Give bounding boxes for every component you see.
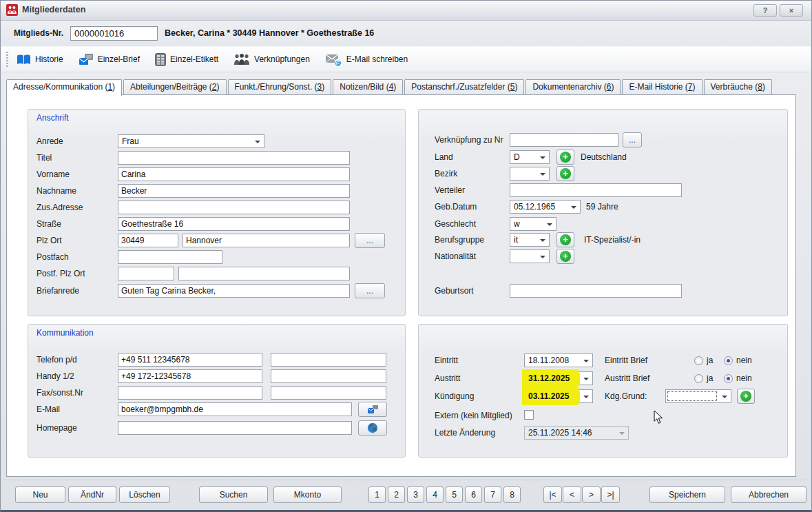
bezirk-combobox[interactable]	[510, 167, 550, 181]
tab-abteilungen-beitraege[interactable]: Abteilungen/Beiträge (2)	[123, 79, 226, 94]
member-summary: Becker, Carina * 30449 Hannover * Goethe…	[165, 28, 374, 38]
nav-first-button[interactable]: |<	[543, 487, 562, 503]
abbrechen-button[interactable]: Abbrechen	[731, 487, 806, 503]
berufsgruppe-combobox[interactable]: it	[510, 233, 550, 247]
homepage-label: Homepage	[37, 421, 77, 435]
nationalitaet-add-button[interactable]	[556, 249, 574, 264]
bezirk-add-button[interactable]	[556, 166, 574, 181]
aendnr-button[interactable]: ÄndNr	[68, 487, 116, 503]
tab-dokumentenarchiv[interactable]: Dokumentenarchiv (6)	[525, 79, 621, 94]
page-3-button[interactable]: 3	[407, 487, 424, 503]
titel-input[interactable]	[118, 151, 350, 165]
handy2-input[interactable]	[271, 369, 386, 383]
chevron-down-icon	[583, 396, 589, 398]
plz-ort-label: Plz Ort	[37, 234, 62, 247]
land-add-button[interactable]	[556, 150, 574, 165]
verknuepfung-input[interactable]	[510, 133, 618, 147]
kdg-grund-combobox[interactable]	[665, 389, 731, 403]
toolbar-grip[interactable]	[6, 52, 8, 68]
eintritt-brief-nein-radio[interactable]: nein	[724, 354, 752, 367]
help-button[interactable]: ?	[753, 4, 777, 17]
kdg-grund-add-button[interactable]	[737, 389, 755, 404]
tab-notizen-bild[interactable]: Notizen/Bild (4)	[333, 79, 403, 94]
austritt-brief-ja-radio[interactable]: ja	[694, 371, 713, 385]
page-8-button[interactable]: 8	[503, 487, 521, 503]
fax1-input[interactable]	[118, 386, 262, 400]
letter-icon	[79, 53, 94, 65]
neu-button[interactable]: Neu	[15, 487, 65, 503]
eintritt-date-combobox[interactable]: 18.11.2008	[524, 354, 593, 367]
title-bar[interactable]: Mitgliederdaten ? ×	[1, 1, 811, 21]
verknuepfung-label: Verknüpfung zu Nr	[435, 133, 503, 147]
land-label: Land	[435, 150, 453, 164]
zus-adresse-input[interactable]	[118, 201, 350, 214]
mkonto-button[interactable]: Mkonto	[273, 487, 342, 503]
open-homepage-button[interactable]	[358, 420, 387, 436]
tab-funkt-ehrung-sonst[interactable]: Funkt./Ehrung/Sonst. (3)	[228, 79, 332, 94]
anrede-combobox[interactable]: Frau	[118, 134, 264, 148]
postf-ort-input[interactable]	[178, 267, 350, 280]
verknuepfungen-button[interactable]: Verknüpfungen	[233, 53, 310, 65]
tab-email-historie[interactable]: E-Mail Historie (7)	[622, 79, 702, 94]
nachname-input[interactable]	[118, 184, 350, 198]
briefanrede-browse-button[interactable]: ...	[355, 283, 385, 298]
nationalitaet-combobox[interactable]	[510, 249, 550, 263]
email-input[interactable]	[118, 402, 352, 416]
homepage-input[interactable]	[118, 421, 352, 435]
telefon2-input[interactable]	[271, 353, 386, 367]
letzte-aenderung-label: Letzte Änderung	[435, 426, 495, 440]
group-title: Kommunikation	[37, 328, 94, 338]
email-schreiben-button[interactable]: @ E-Mail schreiben	[325, 53, 408, 66]
kuendigung-date-combobox[interactable]: 03.11.2025	[524, 389, 593, 403]
nav-next-button[interactable]: >	[582, 487, 601, 503]
verknuepfung-browse-button[interactable]: ...	[623, 132, 642, 147]
tab-adresse-kommunikation[interactable]: Adresse/Kommunikation (1)	[6, 79, 122, 96]
postfach-input[interactable]	[118, 250, 222, 264]
page-7-button[interactable]: 7	[484, 487, 501, 503]
nav-last-button[interactable]: >|	[601, 487, 620, 503]
speichern-button[interactable]: Speichern	[649, 487, 725, 503]
mitgliedschaft-group: Eintritt 18.11.2008 Eintritt Brief ja ne…	[418, 324, 788, 458]
page-1-button[interactable]: 1	[368, 487, 386, 503]
plz-input[interactable]	[118, 234, 178, 247]
austritt-date-combobox[interactable]: 31.12.2025	[524, 371, 593, 385]
telefon-label: Telefon p/d	[37, 353, 77, 367]
eintritt-brief-ja-radio[interactable]: ja	[694, 354, 713, 367]
ort-input[interactable]	[183, 234, 350, 247]
geb-datum-combobox[interactable]: 05.12.1965	[510, 200, 581, 214]
plz-ort-browse-button[interactable]: ...	[355, 233, 385, 248]
land-combobox[interactable]: D	[510, 150, 550, 164]
suchen-button[interactable]: Suchen	[199, 487, 268, 503]
tab-verbraeuche[interactable]: Verbräuche (8)	[704, 79, 772, 94]
page-2-button[interactable]: 2	[388, 487, 405, 503]
tab-postanschrf-zusatzfelder[interactable]: Postanschrf./Zusatzfelder (5)	[404, 79, 524, 94]
radio-icon	[694, 374, 703, 383]
geburtsort-label: Geburtsort	[435, 284, 474, 298]
verteiler-input[interactable]	[510, 183, 682, 197]
vorname-input[interactable]	[118, 167, 350, 181]
einzel-etikett-button[interactable]: Einzel-Etikett	[155, 53, 218, 66]
chevron-down-icon	[571, 206, 576, 209]
briefanrede-input[interactable]	[118, 284, 350, 298]
handy1-input[interactable]	[118, 369, 262, 383]
extern-checkbox[interactable]	[524, 410, 534, 420]
einzel-brief-button[interactable]: Einzel-Brief	[79, 53, 140, 65]
nav-prev-button[interactable]: <	[563, 487, 581, 503]
geschlecht-combobox[interactable]: w	[510, 217, 556, 231]
member-no-input[interactable]	[70, 26, 158, 41]
page-4-button[interactable]: 4	[426, 487, 444, 503]
geburtsort-input[interactable]	[510, 284, 682, 298]
send-email-button[interactable]	[358, 402, 387, 417]
loeschen-button[interactable]: Löschen	[119, 487, 170, 503]
telefon1-input[interactable]	[118, 353, 262, 367]
close-button[interactable]: ×	[780, 4, 803, 17]
fax2-input[interactable]	[271, 386, 386, 400]
austritt-brief-nein-radio[interactable]: nein	[724, 371, 752, 385]
historie-button[interactable]: Historie	[17, 54, 63, 65]
kdg-grund-label: Kdg.Grund:	[605, 389, 647, 403]
page-6-button[interactable]: 6	[465, 487, 482, 503]
postf-plz-input[interactable]	[118, 267, 174, 280]
berufsgruppe-add-button[interactable]	[556, 232, 574, 247]
strasse-input[interactable]	[118, 217, 350, 231]
page-5-button[interactable]: 5	[446, 487, 463, 503]
